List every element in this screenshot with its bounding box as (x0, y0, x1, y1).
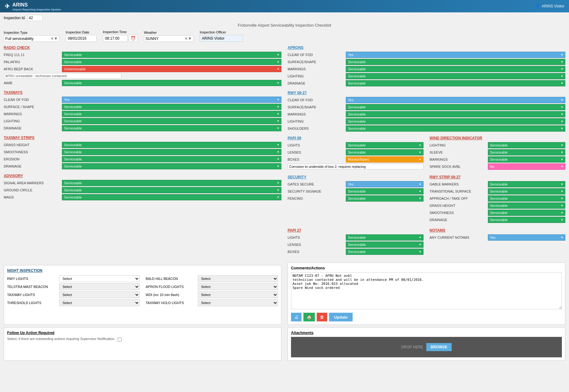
afru-note-input[interactable] (4, 73, 121, 79)
night-taxiway-lights-select[interactable]: SelectServiceableUnserviceable (59, 291, 140, 298)
papi09-section: PAPI 09 LIGHTSServiceableUnserviceable L… (288, 136, 423, 171)
radio-check-row-1: PAL/AFRU ServiceableUnserviceable (4, 59, 281, 65)
weather-clear[interactable]: ✕ (185, 36, 188, 41)
papi27-section: PAPI 27 LIGHTSServiceable LENSESServicea… (288, 228, 423, 256)
papi09-lenses-select[interactable]: ServiceableUnserviceable (346, 149, 423, 155)
security-signage-select[interactable]: ServiceableUnserviceable (346, 188, 423, 194)
night-telstra-select[interactable]: SelectServiceableUnserviceable (59, 283, 140, 290)
aprons-drainage-select[interactable]: ServiceableUnserviceable (346, 80, 565, 86)
night-inspection-title[interactable]: NIGHT INSPECTION (7, 268, 278, 273)
night-rwy-lights-select[interactable]: SelectServiceableUnserviceable (59, 275, 140, 282)
weather-label: Weather (144, 31, 193, 34)
browse-button[interactable]: BROWSE (426, 343, 452, 351)
wdi-section: WIND DIRECTION INDICATOR LIGHTINGService… (430, 136, 566, 171)
papi09-note-input[interactable] (288, 164, 423, 169)
follow-up-title[interactable]: Follow Up Action Required (7, 331, 278, 335)
weather-arrow[interactable]: ▼ (188, 36, 192, 41)
taxiways-fod-select[interactable]: YesNo (62, 97, 281, 103)
night-threshold-select[interactable]: SelectServiceableUnserviceable (59, 299, 140, 306)
taxiway-strips-title[interactable]: TAXIWAY STRIPS (4, 136, 281, 140)
print-button[interactable]: 🖨 (291, 313, 302, 321)
inspection-type-label: Inspection Type (4, 31, 59, 34)
aprons-fod-select[interactable]: YesNo (346, 52, 565, 58)
strip-smoothness-select[interactable]: Serviceable (488, 210, 566, 216)
home-button[interactable]: 🏠 (303, 313, 315, 321)
follow-up-checkbox[interactable] (118, 338, 122, 342)
strips-grass-select[interactable]: ServiceableUnserviceable (62, 142, 281, 148)
wdi-title[interactable]: WIND DIRECTION INDICATOR (430, 136, 566, 140)
strip-grass-select[interactable]: Serviceable (488, 203, 566, 209)
night-bald-hill-select[interactable]: SelectServiceableUnserviceable (198, 275, 278, 282)
rwy-strip-section: RWY STRIP 09:27 GABLE MARKERSServiceable… (430, 175, 566, 224)
advisory-mags-select[interactable]: ServiceableUnserviceable (62, 194, 281, 200)
comments-textarea[interactable]: NOTAM C123-07 - AFRU Not avbl technician… (291, 272, 562, 309)
inspection-type-arrow[interactable]: ▼ (54, 36, 58, 41)
inspection-id-input[interactable] (27, 15, 43, 21)
strip-approach-select[interactable]: Serviceable (488, 195, 566, 202)
rwy-surface-select[interactable]: ServiceableUnserviceable (346, 104, 565, 110)
wdi-sleeve-select[interactable]: ServiceableUnserviceable (488, 149, 566, 155)
night-wdi-select[interactable]: SelectServiceableUnserviceable (198, 291, 278, 298)
night-taxiway-hold-select[interactable]: SelectServiceableUnserviceable (198, 299, 278, 306)
taxiways-drainage-select[interactable]: ServiceableUnserviceable (62, 125, 281, 131)
radio-check-title[interactable]: RADIO CHECK (4, 46, 281, 50)
papi27-boxes-select[interactable]: Serviceable (346, 249, 423, 255)
aprons-surface-select[interactable]: ServiceableUnserviceable (346, 59, 565, 65)
night-apron-flood: APRON FLOOD LIGHTS SelectServiceableUnse… (146, 283, 278, 290)
taxiways-title[interactable]: TAXIWAYS (4, 90, 281, 95)
taxiways-markings-select[interactable]: ServiceableUnserviceable (62, 111, 281, 117)
rwy-strip-title[interactable]: RWY STRIP 09:27 (430, 175, 566, 179)
drop-zone[interactable]: DROP HERE BROWSE (291, 337, 562, 357)
papi27-lenses-select[interactable]: Serviceable (346, 242, 423, 248)
radio-check-row-0: FREQ 111.11 ServiceableUnserviceableMoni… (4, 52, 281, 58)
papi09-lights-select[interactable]: ServiceableUnserviceable (346, 142, 423, 148)
attachments-title[interactable]: Attachments (291, 331, 562, 335)
aprons-markings-select[interactable]: ServiceableUnserviceable (346, 66, 565, 72)
advisory-circle-select[interactable]: ServiceableUnserviceable (62, 187, 281, 193)
papi27-title[interactable]: PAPI 27 (288, 228, 423, 233)
rwy-lighting-select[interactable]: ServiceableUnserviceable (346, 118, 565, 124)
notams-section: NOTAMS ANY CURRENT NOTAMSYesNo (430, 228, 566, 256)
radio-check-pal-select[interactable]: ServiceableUnserviceable (62, 59, 281, 65)
strip-transitional-select[interactable]: Serviceable (488, 188, 566, 194)
aprons-lighting-select[interactable]: ServiceableUnserviceable (346, 73, 565, 79)
night-apron-flood-select[interactable]: SelectServiceableUnserviceable (198, 283, 278, 290)
wdi-spare-select[interactable]: ServiceableNoYes (488, 163, 566, 170)
papi09-boxes-select[interactable]: ServiceableUnserviceableMonitor/Notes (346, 156, 423, 163)
radio-check-freq-select[interactable]: ServiceableUnserviceableMonitor/Notes (62, 52, 281, 58)
advisory-markers-select[interactable]: ServiceableUnserviceable (62, 180, 281, 186)
security-title[interactable]: SECURITY (288, 175, 423, 179)
rwy-0927-section: RWY 09-27 CLEAR OF FODYesNo SURFACE/SHAP… (288, 91, 565, 132)
rwy-shoulders-select[interactable]: ServiceableUnserviceable (346, 125, 565, 132)
delete-button[interactable]: 🗑 (317, 313, 327, 321)
strip-drainage-select[interactable]: Serviceable (488, 217, 566, 223)
taxiways-lighting-select[interactable]: ServiceableUnserviceable (62, 118, 281, 124)
radio-check-afru-select[interactable]: ServiceableUnserviceable (62, 66, 281, 72)
wdi-lighting-select[interactable]: ServiceableUnserviceable (488, 142, 566, 148)
notams-current-select[interactable]: YesNo (488, 234, 566, 241)
inspection-time-input[interactable] (103, 35, 128, 42)
strips-smoothness-select[interactable]: ServiceableUnserviceable (62, 149, 281, 155)
night-taxiway-hold: TAXIWAY HOLD LIGHTS SelectServiceableUns… (146, 299, 278, 306)
rwy-0927-title[interactable]: RWY 09-27 (288, 91, 565, 95)
update-button[interactable]: Update (329, 313, 353, 321)
taxiways-surface-select[interactable]: ServiceableUnserviceable (62, 104, 281, 110)
papi27-lights-select[interactable]: Serviceable (346, 234, 423, 241)
rwy-markings-select[interactable]: ServiceableUnserviceable (346, 111, 565, 117)
security-gates-select[interactable]: YesNo (346, 181, 423, 187)
time-picker-button[interactable]: ⏰ (129, 35, 138, 42)
radio-check-awib-select[interactable]: ServiceableUnserviceable (62, 80, 281, 86)
strips-drainage-select[interactable]: ServiceableUnserviceable (62, 163, 281, 169)
papi09-title[interactable]: PAPI 09 (288, 136, 423, 140)
advisory-title[interactable]: ADVISORY (4, 174, 281, 178)
rwy-fod-select[interactable]: YesNo (346, 97, 565, 103)
security-fencing-select[interactable]: ServiceableUnserviceable (346, 195, 423, 202)
inspection-officer-input[interactable] (200, 35, 243, 42)
wdi-markings-select[interactable]: ServiceableUnserviceable (488, 156, 566, 163)
notams-title[interactable]: NOTAMS (430, 228, 566, 233)
aprons-title[interactable]: APRONS (288, 46, 565, 50)
strip-gable-select[interactable]: Serviceable (488, 181, 566, 187)
inspection-date-input[interactable] (66, 35, 97, 42)
inspection-type-clear[interactable]: ✕ (50, 36, 54, 41)
strips-erosion-select[interactable]: ServiceableUnserviceable (62, 156, 281, 162)
